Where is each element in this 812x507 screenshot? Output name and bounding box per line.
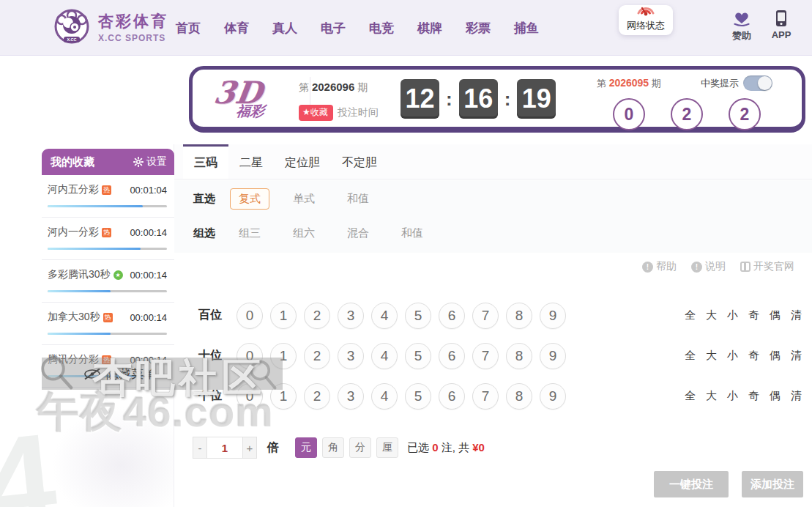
- quick-select-大[interactable]: 大: [706, 308, 717, 322]
- quick-select-奇[interactable]: 奇: [748, 308, 759, 322]
- current-issue: 第 2026096 期: [299, 81, 401, 95]
- multiplier-plus-button[interactable]: +: [242, 437, 257, 459]
- nav-item-2[interactable]: 体育: [224, 20, 249, 37]
- quick-select-偶[interactable]: 偶: [770, 389, 781, 403]
- play-option-混合[interactable]: 混合: [338, 223, 378, 244]
- favorite-item[interactable]: 加拿大30秒热00:00:14: [42, 303, 174, 345]
- quick-select-清[interactable]: 清: [791, 349, 802, 363]
- quick-select-偶[interactable]: 偶: [770, 349, 781, 363]
- app-label: APP: [772, 29, 791, 40]
- unit-button-厘[interactable]: 厘: [376, 437, 398, 458]
- quick-select-小[interactable]: 小: [727, 349, 738, 363]
- digit-button-5[interactable]: 5: [405, 383, 431, 410]
- tab-定位胆[interactable]: 定位胆: [274, 144, 331, 179]
- digit-button-7[interactable]: 7: [472, 383, 499, 410]
- favorite-item[interactable]: 河内五分彩热00:01:04: [42, 175, 174, 218]
- play-option-和值[interactable]: 和值: [392, 223, 432, 244]
- tab-二星[interactable]: 二星: [228, 144, 274, 179]
- digit-button-3[interactable]: 3: [338, 303, 364, 329]
- countdown-time: 00:00:14: [130, 312, 167, 323]
- nav-item-8[interactable]: 捕鱼: [514, 20, 539, 37]
- quick-select-全[interactable]: 全: [685, 389, 696, 403]
- digit-button-3[interactable]: 3: [338, 343, 364, 369]
- brand-logo[interactable]: X.CC 杏彩体育 X.CC SPORTS: [53, 8, 168, 46]
- settings-button[interactable]: 设置: [133, 155, 167, 169]
- win-tip-toggle[interactable]: [743, 75, 772, 91]
- quick-select-大[interactable]: 大: [706, 349, 717, 363]
- play-mode-area: 直选复式单式和值组选组三组六混合和值: [174, 180, 812, 253]
- play-option-复式[interactable]: 复式: [230, 188, 269, 210]
- multiplier-minus-button[interactable]: -: [193, 437, 207, 459]
- favorite-item[interactable]: 河内一分彩热00:00:14: [42, 218, 174, 260]
- unit-button-角[interactable]: 角: [322, 437, 344, 458]
- help-link-2[interactable]: !说明: [691, 260, 726, 273]
- tab-不定胆[interactable]: 不定胆: [331, 144, 388, 179]
- current-issue-number: 2026096: [312, 81, 354, 93]
- sponsor-button[interactable]: 赞助: [726, 10, 758, 42]
- favorite-button[interactable]: ★收藏: [299, 105, 333, 121]
- info-icon: !: [642, 262, 653, 273]
- play-option-组六[interactable]: 组六: [284, 223, 324, 244]
- action-button-1[interactable]: 一键投注: [654, 471, 729, 497]
- digit-button-3[interactable]: 3: [338, 383, 364, 410]
- digit-button-9[interactable]: 9: [540, 303, 566, 329]
- digit-button-5[interactable]: 5: [405, 303, 431, 329]
- quick-select-清[interactable]: 清: [791, 308, 802, 322]
- quick-select-全[interactable]: 全: [685, 308, 696, 322]
- help-link-1[interactable]: !帮助: [642, 260, 677, 273]
- flower-watermark: [51, 407, 190, 507]
- digit-button-9[interactable]: 9: [540, 343, 566, 369]
- nav-item-7[interactable]: 彩票: [466, 20, 491, 37]
- digit-button-1[interactable]: 1: [270, 303, 297, 329]
- play-option-单式[interactable]: 单式: [284, 188, 324, 210]
- digit-button-5[interactable]: 5: [405, 343, 431, 369]
- draw-number: 2: [729, 98, 761, 130]
- brand-title: 杏彩体育: [98, 11, 168, 32]
- unit-button-分[interactable]: 分: [349, 437, 371, 458]
- digit-button-8[interactable]: 8: [506, 343, 532, 369]
- digit-button-0[interactable]: 0: [236, 303, 263, 329]
- digit-button-4[interactable]: 4: [371, 343, 398, 369]
- nav-item-1[interactable]: 首页: [176, 20, 201, 37]
- digit-button-8[interactable]: 8: [506, 383, 532, 410]
- digit-button-6[interactable]: 6: [439, 303, 465, 329]
- help-link-3[interactable]: 开奖官网: [740, 260, 794, 273]
- action-button-2[interactable]: 添加投注: [742, 471, 803, 497]
- nav-item-5[interactable]: 电竞: [369, 20, 394, 37]
- countdown-timer: 12 : 16 : 19: [401, 79, 556, 119]
- play-option-组三[interactable]: 组三: [230, 223, 269, 244]
- digit-button-8[interactable]: 8: [506, 303, 532, 329]
- digit-button-7[interactable]: 7: [472, 343, 499, 369]
- quick-select-奇[interactable]: 奇: [748, 389, 759, 403]
- digit-button-6[interactable]: 6: [439, 383, 465, 410]
- digit-button-2[interactable]: 2: [304, 303, 330, 329]
- digit-button-2[interactable]: 2: [304, 343, 330, 369]
- quick-select-大[interactable]: 大: [706, 389, 717, 403]
- help-link-label: 说明: [705, 260, 726, 273]
- app-button[interactable]: APP: [765, 10, 797, 40]
- multiplier-input[interactable]: 1: [207, 437, 242, 459]
- unit-button-元[interactable]: 元: [295, 437, 317, 458]
- digit-button-6[interactable]: 6: [439, 343, 465, 369]
- nav-item-4[interactable]: 电子: [321, 20, 346, 37]
- nav-item-3[interactable]: 真人: [272, 20, 297, 37]
- quick-select-奇[interactable]: 奇: [748, 349, 759, 363]
- digit-button-4[interactable]: 4: [371, 383, 398, 410]
- favorite-item[interactable]: 多彩腾讯30秒★00:00:14: [42, 260, 174, 303]
- network-status-button[interactable]: 网络状态: [619, 5, 673, 35]
- digit-button-4[interactable]: 4: [371, 303, 398, 329]
- digit-button-7[interactable]: 7: [472, 303, 499, 329]
- tab-三码[interactable]: 三码: [183, 144, 228, 179]
- play-option-和值[interactable]: 和值: [338, 188, 378, 210]
- quick-select-小[interactable]: 小: [727, 308, 738, 322]
- quick-select-小[interactable]: 小: [727, 389, 738, 403]
- nav-item-6[interactable]: 棋牌: [417, 20, 442, 37]
- sponsor-icon: [732, 10, 751, 27]
- quick-select-全[interactable]: 全: [685, 349, 696, 363]
- countdown-minutes: 16: [459, 79, 498, 119]
- digit-button-2[interactable]: 2: [304, 383, 330, 410]
- quick-select-偶[interactable]: 偶: [770, 308, 781, 322]
- digit-button-9[interactable]: 9: [540, 383, 566, 410]
- network-status-icon: [635, 1, 657, 18]
- quick-select-清[interactable]: 清: [791, 389, 802, 403]
